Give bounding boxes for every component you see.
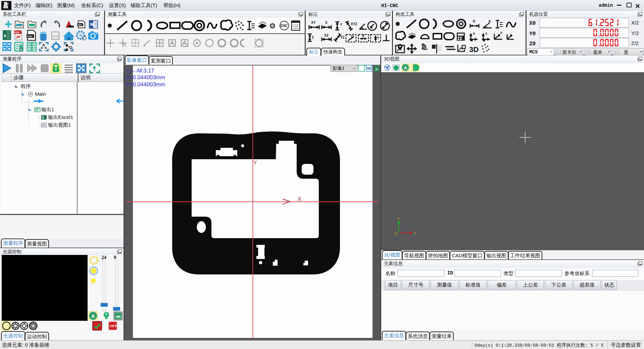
svg-text:A: A — [404, 65, 407, 71]
svg-text:A: A — [91, 313, 95, 319]
svg-text:XYZ: XYZ — [351, 22, 357, 26]
svg-text:D: D — [473, 32, 475, 35]
svg-text:D: D — [351, 35, 353, 39]
svg-text:S: S — [485, 32, 487, 35]
svg-text:OFF: OFF — [110, 324, 117, 328]
svg-text:XY: XY — [311, 21, 316, 25]
svg-text:ESC: ESC — [281, 24, 288, 28]
svg-text:A: A — [488, 19, 491, 23]
svg-text:Y: Y — [253, 160, 257, 166]
svg-text:XZ: XZ — [324, 34, 329, 37]
svg-text:YZ: YZ — [340, 36, 345, 39]
svg-text:X: X — [362, 34, 364, 38]
svg-text:TXT: TXT — [78, 24, 82, 26]
svg-text:D: D — [473, 19, 475, 23]
svg-text:X: X — [414, 230, 417, 235]
svg-text:3D: 3D — [469, 45, 479, 54]
svg-text:PDF: PDF — [15, 31, 20, 34]
svg-text:W: W — [90, 22, 94, 27]
svg-text:X: X — [298, 196, 301, 202]
svg-text:Y: Y — [397, 218, 400, 221]
svg-text:Y: Y — [340, 23, 342, 27]
svg-text:X: X — [42, 116, 44, 120]
svg-text:Z: Z — [312, 36, 314, 39]
svg-text:X: X — [325, 21, 328, 25]
svg-text:CSV: CSV — [27, 35, 33, 38]
svg-text:E: E — [500, 31, 502, 35]
svg-text:Y: Y — [377, 36, 379, 40]
svg-text:Z: Z — [394, 231, 397, 236]
svg-text:X: X — [3, 33, 6, 38]
